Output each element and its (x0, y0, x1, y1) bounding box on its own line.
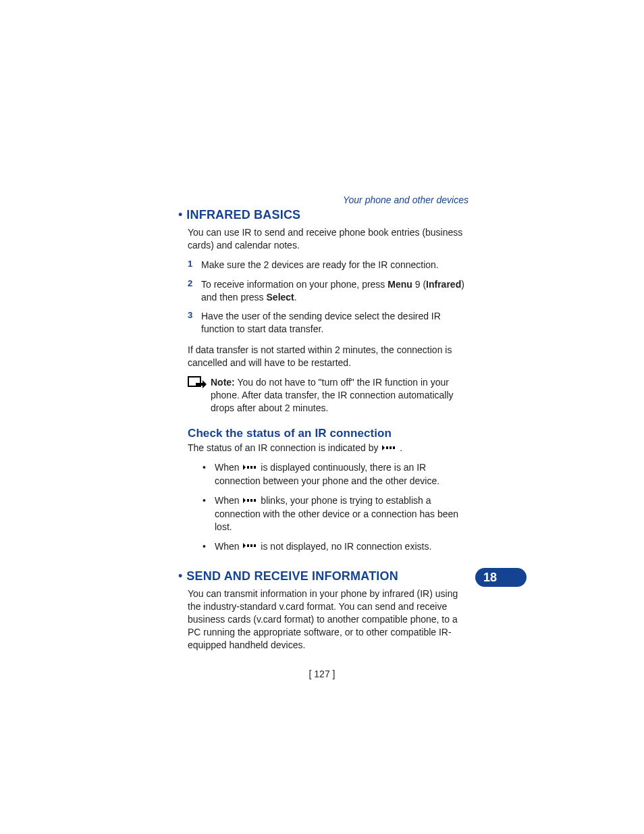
paragraph: If data transfer is not started within 2… (188, 344, 468, 369)
bullet-icon: • (178, 570, 182, 582)
step-number: 3 (188, 310, 201, 336)
svg-rect-6 (254, 466, 256, 469)
svg-rect-5 (250, 466, 252, 469)
svg-rect-11 (250, 544, 252, 547)
text-fragment: . (294, 292, 297, 303)
text-bold: Menu (387, 279, 412, 290)
svg-rect-4 (247, 466, 249, 469)
paragraph: The status of an IR connection is indica… (188, 442, 468, 455)
text-fragment: When (215, 495, 242, 506)
note-body: You do not have to "turn off" the IR fun… (211, 377, 454, 413)
bullet-icon: • (203, 540, 215, 554)
page-number: [ 127 ] (0, 669, 644, 679)
chapter-number: 18 (483, 571, 497, 583)
text-fragment: 9 ( (412, 279, 426, 290)
list-item: When is displayed continuously, there is… (215, 461, 468, 488)
text-fragment: . (400, 442, 402, 453)
svg-rect-2 (390, 446, 392, 449)
ir-indicator-icon (242, 494, 258, 507)
svg-rect-10 (247, 544, 249, 547)
step-text: Make sure the 2 devices are ready for th… (201, 259, 439, 271)
svg-rect-1 (386, 446, 388, 449)
paragraph: You can use IR to send and receive phone… (188, 226, 468, 252)
text-bold: Select (267, 292, 294, 303)
bullet-icon: • (178, 209, 182, 221)
step-text: To receive information on your phone, pr… (201, 278, 468, 304)
note-label: Note: (211, 377, 235, 388)
svg-rect-7 (247, 499, 249, 502)
heading-send-receive: SEND AND RECEIVE INFORMATION (186, 569, 398, 583)
text-fragment: is not displayed, no IR connection exist… (261, 541, 431, 552)
text-fragment: When (215, 541, 242, 552)
svg-rect-9 (254, 499, 256, 502)
paragraph: You can transmit information in your pho… (188, 588, 468, 651)
step-text: Have the user of the sending device sele… (201, 310, 468, 336)
bullet-icon: • (203, 494, 215, 533)
heading-check-status: Check the status of an IR connection (188, 427, 468, 440)
page-content: • INFRARED BASICS You can use IR to send… (188, 193, 468, 652)
svg-rect-8 (250, 499, 252, 502)
text-bold: Infrared (426, 279, 461, 290)
list-item: When blinks, your phone is trying to est… (215, 494, 468, 533)
text-fragment: To receive information on your phone, pr… (201, 279, 387, 290)
svg-rect-12 (254, 544, 256, 547)
note-text: Note: You do not have to "turn off" the … (211, 376, 468, 415)
svg-rect-3 (393, 446, 395, 449)
text-fragment: When (215, 462, 242, 473)
heading-infrared-basics: INFRARED BASICS (186, 208, 300, 222)
ir-indicator-icon (381, 442, 397, 454)
bullet-icon: • (203, 461, 215, 488)
step-number: 2 (188, 278, 201, 304)
step-number: 1 (188, 259, 201, 271)
chapter-badge: 18 (475, 568, 527, 587)
text-fragment: The status of an IR connection is indica… (188, 442, 381, 453)
ir-indicator-icon (242, 461, 258, 474)
list-item: When is not displayed, no IR connection … (215, 540, 431, 554)
ir-indicator-icon (242, 540, 258, 552)
note-icon (188, 376, 211, 415)
